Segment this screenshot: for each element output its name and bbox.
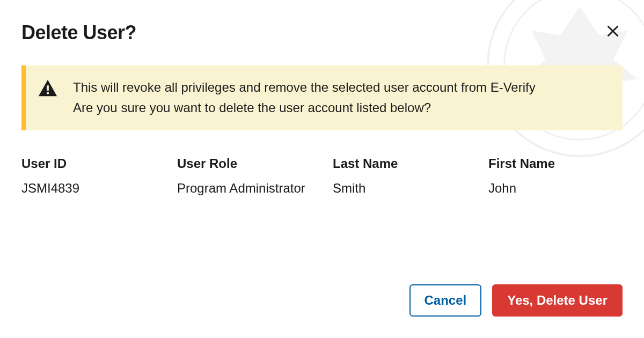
modal-title: Delete User? <box>21 21 136 44</box>
first-name-label: First Name <box>488 156 623 171</box>
first-name-value: John <box>488 180 623 197</box>
warning-icon <box>38 78 58 101</box>
user-role-value: Program Administrator <box>177 180 333 197</box>
field-user-id: User ID JSMI4839 <box>21 156 177 197</box>
field-user-role: User Role Program Administrator <box>177 156 333 197</box>
last-name-value: Smith <box>333 180 488 197</box>
user-id-value: JSMI4839 <box>21 180 177 197</box>
user-id-label: User ID <box>21 156 177 171</box>
modal-header: Delete User? <box>21 21 623 44</box>
svg-rect-5 <box>47 85 49 91</box>
last-name-label: Last Name <box>333 156 488 171</box>
field-first-name: First Name John <box>488 156 623 197</box>
user-role-label: User Role <box>177 156 333 171</box>
close-button[interactable] <box>603 21 623 43</box>
cancel-button[interactable]: Cancel <box>409 284 482 317</box>
delete-user-modal: Delete User? This will revoke all privil… <box>0 0 644 338</box>
confirm-delete-button[interactable]: Yes, Delete User <box>492 284 623 317</box>
user-details: User ID JSMI4839 User Role Program Admin… <box>21 156 623 197</box>
warning-alert: This will revoke all privileges and remo… <box>21 65 623 130</box>
warning-line-2: Are you sure you want to delete the user… <box>73 98 536 118</box>
svg-rect-6 <box>47 92 49 94</box>
warning-line-1: This will revoke all privileges and remo… <box>73 77 536 98</box>
warning-text: This will revoke all privileges and remo… <box>73 77 536 119</box>
close-icon <box>605 23 620 42</box>
modal-actions: Cancel Yes, Delete User <box>21 284 623 317</box>
field-last-name: Last Name Smith <box>333 156 488 197</box>
